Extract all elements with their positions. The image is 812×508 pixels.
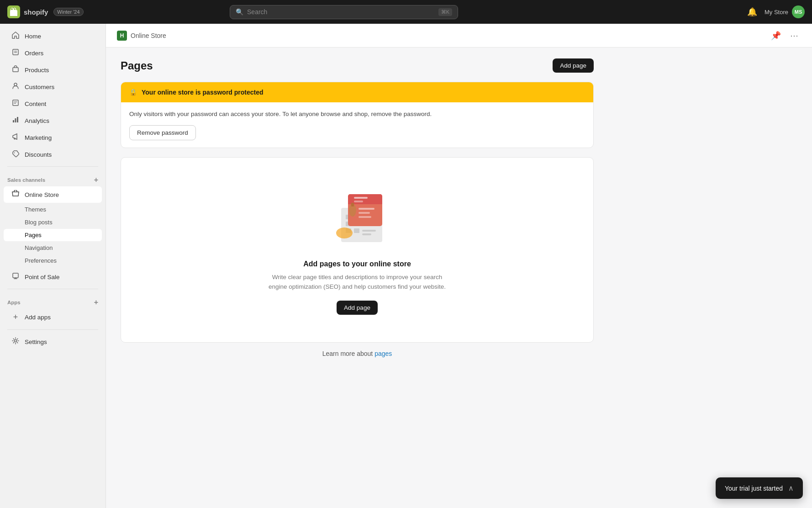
point-of-sale-label: Point of Sale	[25, 274, 60, 280]
sidebar-item-online-store[interactable]: Online Store	[4, 186, 102, 203]
sidebar-item-discounts[interactable]: Discounts	[4, 146, 102, 163]
sidebar-sub-pages[interactable]: Pages	[4, 229, 102, 241]
svg-rect-8	[15, 118, 16, 122]
svg-rect-32	[354, 201, 363, 202]
breadcrumb-text: Online Store	[131, 32, 166, 39]
empty-state-card: Add pages to your online store Write cle…	[121, 157, 594, 343]
content-icon	[11, 99, 20, 108]
sidebar-item-analytics[interactable]: Analytics	[4, 112, 102, 129]
discounts-icon	[11, 150, 20, 159]
svg-rect-27	[362, 233, 371, 235]
sidebar-item-content[interactable]: Content	[4, 95, 102, 112]
discounts-label: Discounts	[25, 151, 52, 158]
sidebar-divider-2	[7, 289, 98, 289]
sidebar-sub-themes[interactable]: Themes	[4, 203, 102, 216]
online-store-icon	[11, 190, 20, 199]
customers-icon	[11, 82, 20, 91]
main-layout: Home Orders Products Customers Content	[0, 24, 812, 508]
store-menu-button[interactable]: My Store MS	[765, 5, 805, 18]
svg-point-14	[15, 340, 17, 342]
products-label: Products	[25, 67, 49, 74]
search-shortcut: ⌘K	[438, 8, 452, 16]
sidebar-sub-blog-posts[interactable]: Blog posts	[4, 216, 102, 228]
page-title-row: Pages Add page	[121, 58, 594, 73]
customers-label: Customers	[25, 84, 54, 90]
notifications-button[interactable]: 🔔	[745, 5, 759, 19]
topbar-right: 🔔 My Store MS	[745, 5, 805, 19]
settings-label: Settings	[25, 339, 47, 345]
analytics-label: Analytics	[25, 117, 49, 124]
sidebar-item-orders[interactable]: Orders	[4, 45, 102, 61]
sidebar-item-home[interactable]: Home	[4, 28, 102, 44]
svg-rect-35	[359, 208, 374, 210]
home-label: Home	[25, 33, 41, 40]
point-of-sale-icon	[11, 272, 20, 281]
password-warning-card: 🔒 Your online store is password protecte…	[121, 82, 594, 148]
topbar: shopify Winter '24 🔍 ⌘K 🔔 My Store MS	[0, 0, 812, 24]
logo: shopify	[7, 5, 48, 18]
sidebar-item-marketing[interactable]: Marketing	[4, 129, 102, 146]
page-header-actions: 📌 ⋯	[768, 29, 801, 42]
apps-section: Apps +	[0, 293, 105, 308]
online-store-breadcrumb-icon: H	[117, 31, 127, 41]
sidebar-item-settings[interactable]: Settings	[4, 333, 102, 350]
settings-icon	[11, 337, 20, 346]
svg-rect-34	[351, 203, 354, 206]
remove-password-button[interactable]: Remove password	[129, 125, 196, 140]
sales-channels-section: Sales channels +	[0, 170, 105, 186]
trial-banner[interactable]: Your trial just started ∧	[716, 477, 803, 499]
password-warning-body: Only visitors with your password can acc…	[121, 102, 593, 148]
sales-channels-add-icon[interactable]: +	[94, 176, 98, 184]
lock-icon: 🔒	[129, 89, 137, 96]
sidebar-sub-navigation[interactable]: Navigation	[4, 242, 102, 254]
svg-rect-36	[359, 212, 370, 214]
trial-text: Your trial just started	[725, 485, 783, 492]
sidebar-item-customers[interactable]: Customers	[4, 79, 102, 95]
apps-add-icon[interactable]: +	[94, 298, 98, 307]
page-content: Pages Add page 🔒 Your online store is pa…	[106, 48, 608, 368]
shopify-text: shopify	[24, 8, 48, 16]
svg-point-38	[336, 228, 353, 238]
svg-rect-37	[359, 216, 371, 218]
apps-label: Apps	[7, 300, 21, 305]
orders-icon	[11, 48, 20, 58]
analytics-icon	[11, 116, 20, 125]
marketing-icon	[11, 133, 20, 142]
empty-state-description: Write clear page titles and descriptions…	[266, 273, 448, 291]
sidebar-item-products[interactable]: Products	[4, 62, 102, 78]
sidebar-item-point-of-sale[interactable]: Point of Sale	[4, 269, 102, 285]
svg-rect-26	[362, 230, 376, 232]
version-badge: Winter '24	[53, 8, 83, 16]
svg-rect-25	[354, 228, 359, 233]
avatar: MS	[792, 5, 805, 18]
content-area: H Online Store 📌 ⋯ Pages Add page 🔒 Your…	[106, 24, 812, 508]
store-name: My Store	[765, 9, 788, 16]
password-warning-header: 🔒 Your online store is password protecte…	[121, 82, 593, 102]
add-apps-label: Add apps	[25, 314, 51, 321]
content-label: Content	[25, 101, 46, 107]
pages-link[interactable]: pages	[374, 350, 392, 357]
more-button[interactable]: ⋯	[787, 29, 801, 42]
add-apps-icon: +	[11, 312, 20, 322]
sidebar-item-add-apps[interactable]: + Add apps	[4, 309, 102, 326]
orders-label: Orders	[25, 50, 43, 57]
sidebar: Home Orders Products Customers Content	[0, 24, 106, 508]
add-page-button-center[interactable]: Add page	[337, 301, 378, 315]
svg-rect-11	[13, 273, 18, 278]
sidebar-sub-preferences[interactable]: Preferences	[4, 254, 102, 267]
empty-state-title: Add pages to your online store	[132, 260, 582, 268]
svg-rect-9	[17, 117, 18, 122]
trial-chevron-icon: ∧	[788, 484, 794, 492]
search-container: 🔍 ⌘K	[230, 5, 458, 19]
empty-state-illustration	[321, 185, 394, 249]
search-input[interactable]	[247, 8, 435, 16]
shopify-bag-icon	[7, 5, 20, 18]
sidebar-divider-3	[7, 329, 98, 330]
pin-button[interactable]: 📌	[768, 29, 784, 42]
svg-point-10	[14, 153, 15, 153]
svg-rect-0	[13, 49, 18, 55]
breadcrumb: H Online Store	[117, 31, 166, 41]
add-page-button-top[interactable]: Add page	[553, 58, 594, 73]
learn-more: Learn more about pages	[121, 350, 594, 357]
svg-rect-31	[354, 197, 368, 199]
